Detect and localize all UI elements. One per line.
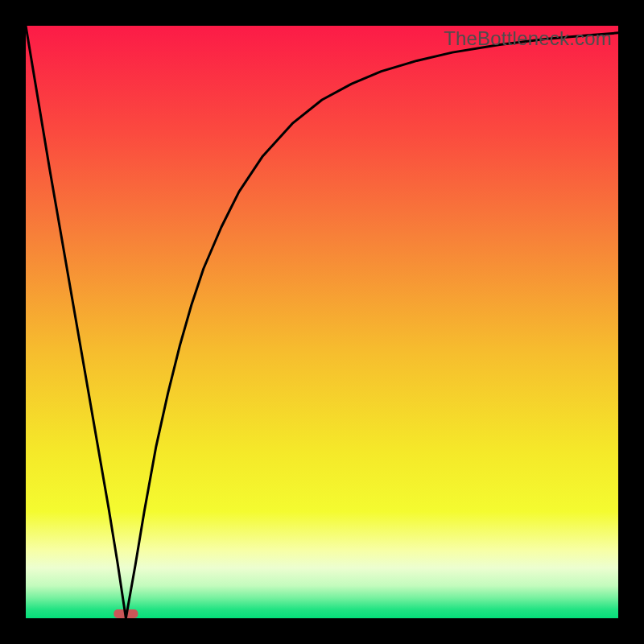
plot-area: TheBottleneck.com xyxy=(26,26,618,618)
chart-container: TheBottleneck.com xyxy=(0,0,644,644)
watermark-text: TheBottleneck.com xyxy=(444,27,612,50)
chart-svg xyxy=(26,26,618,618)
chart-background xyxy=(26,26,618,618)
